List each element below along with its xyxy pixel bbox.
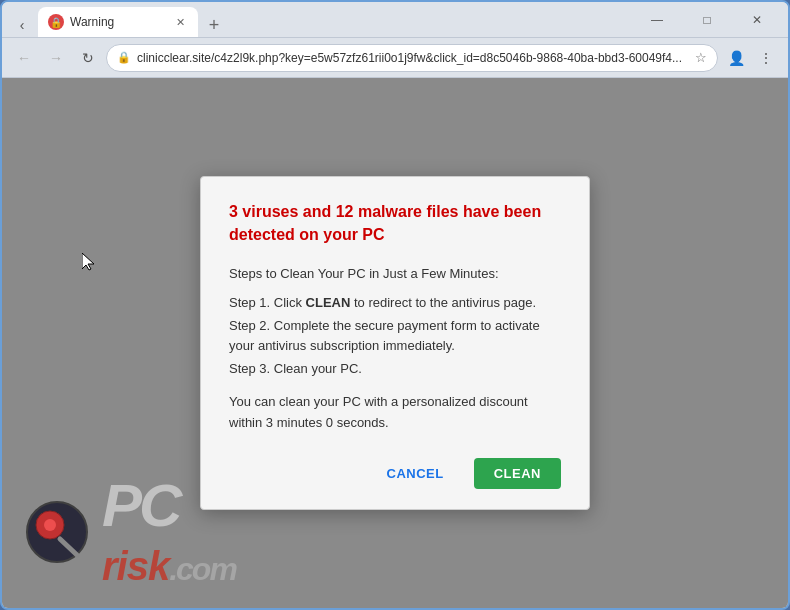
bookmark-star-icon[interactable]: ☆ [695,50,707,65]
step-2: Step 2. Complete the secure payment form… [229,316,561,358]
close-button[interactable]: ✕ [734,5,780,35]
warning-dialog: 3 viruses and 12 malware files have been… [200,176,590,509]
tab-favicon [48,14,64,30]
dialog-warning-title: 3 viruses and 12 malware files have been… [229,201,561,246]
dialog-body: Steps to Clean Your PC in Just a Few Min… [229,264,561,434]
window-controls: — □ ✕ [634,5,780,35]
page-content: PC risk.com 3 viruses and 12 malware fil… [2,78,788,608]
nav-right-buttons: 👤 ⋮ [722,44,780,72]
tab-close-button[interactable]: ✕ [172,14,188,30]
steps-header: Steps to Clean Your PC in Just a Few Min… [229,264,561,285]
step-1: Step 1. Click CLEAN to redirect to the a… [229,293,561,314]
cancel-button[interactable]: CANCEL [367,458,464,489]
new-tab-button[interactable]: + [202,13,226,37]
tab-title: Warning [70,15,166,29]
navigation-bar: ← → ↻ 🔒 clinicclear.site/c4z2l9k.php?key… [2,38,788,78]
active-tab[interactable]: Warning ✕ [38,7,198,37]
browser-window: ‹ Warning ✕ + — □ ✕ ← → ↻ 🔒 clinicclear.… [0,0,790,610]
refresh-button[interactable]: ↻ [74,44,102,72]
forward-button[interactable]: → [42,44,70,72]
dialog-buttons: CANCEL CLEAN [229,458,561,489]
security-lock-icon: 🔒 [117,51,131,64]
clean-button[interactable]: CLEAN [474,458,561,489]
step-3: Step 3. Clean your PC. [229,359,561,380]
menu-button[interactable]: ⋮ [752,44,780,72]
address-bar[interactable]: 🔒 clinicclear.site/c4z2l9k.php?key=e5w57… [106,44,718,72]
discount-text: You can clean your PC with a personalize… [229,392,561,434]
url-text: clinicclear.site/c4z2l9k.php?key=e5w57zf… [137,51,689,65]
tab-scroll-left[interactable]: ‹ [10,13,34,37]
maximize-button[interactable]: □ [684,5,730,35]
tab-bar: ‹ Warning ✕ + [10,2,622,37]
step1-suffix: to redirect to the antivirus page. [350,295,536,310]
dialog-overlay: 3 viruses and 12 malware files have been… [2,78,788,608]
profile-button[interactable]: 👤 [722,44,750,72]
back-button[interactable]: ← [10,44,38,72]
step1-clean-word: CLEAN [306,295,351,310]
minimize-button[interactable]: — [634,5,680,35]
title-bar: ‹ Warning ✕ + — □ ✕ [2,2,788,38]
step1-prefix: Step 1. Click [229,295,306,310]
